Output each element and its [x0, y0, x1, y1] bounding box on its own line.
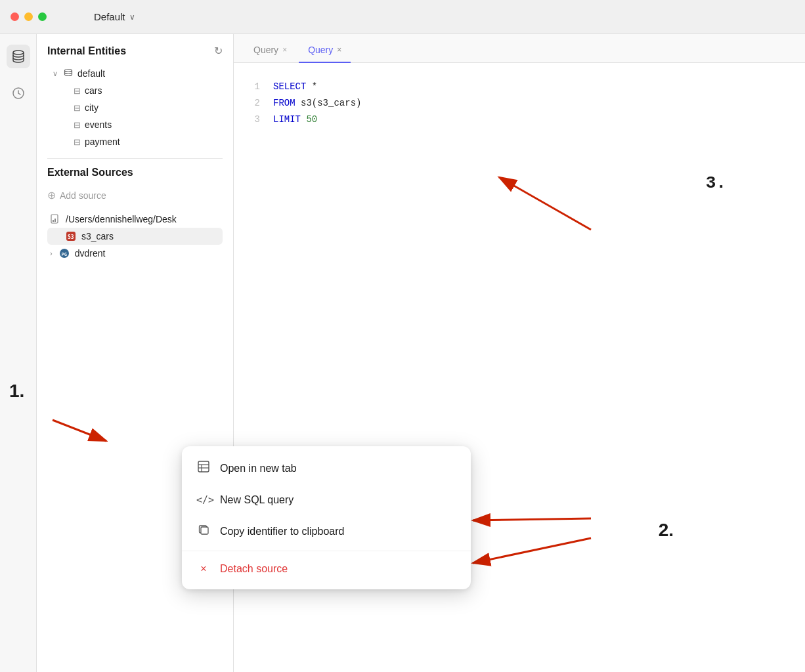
titlebar: Default ∨	[0, 0, 805, 34]
table-city[interactable]: ⊟ city	[47, 99, 223, 116]
select-star: *	[312, 81, 317, 92]
dvdrent-label: dvdrent	[75, 248, 106, 259]
minimize-button[interactable]	[24, 12, 33, 21]
copy-icon	[196, 524, 211, 539]
menu-new-sql-query[interactable]: </> New SQL query	[182, 485, 471, 515]
toggle-icon: ∨	[53, 70, 58, 78]
window-title-text: Default	[94, 11, 125, 22]
table-cars[interactable]: ⊟ cars	[47, 82, 223, 99]
menu-detach-source-label: Detach source	[220, 563, 288, 575]
editor-line-1: 1 SELECT *	[247, 79, 792, 95]
menu-detach-source[interactable]: × Detach source	[182, 554, 471, 584]
table-events[interactable]: ⊟ events	[47, 116, 223, 133]
table-name: payment	[85, 136, 120, 147]
tab-query-1[interactable]: Query ×	[244, 39, 296, 63]
external-sources-section: External Sources ⊕ Add source /Users/den…	[37, 167, 233, 262]
svg-rect-4	[53, 220, 54, 222]
tree-item-default[interactable]: ∨ default	[47, 65, 223, 82]
source-file-path[interactable]: /Users/dennishellweg/Desk	[47, 211, 223, 228]
add-source-button[interactable]: ⊕ Add source	[47, 186, 223, 204]
keyword-select: SELECT	[273, 81, 306, 92]
svg-point-0	[13, 51, 24, 54]
icon-bar	[0, 34, 37, 672]
line-content-3: LIMIT 50	[273, 112, 317, 128]
editor-line-3: 3 LIMIT 50	[247, 112, 792, 128]
tab-query-2[interactable]: Query ×	[299, 39, 351, 63]
s3-icon: S3	[66, 231, 76, 242]
table-icon: ⊟	[74, 103, 81, 113]
table-name: events	[85, 119, 112, 130]
detach-x-icon: ×	[196, 563, 211, 575]
tabs-bar: Query × Query ×	[234, 34, 805, 63]
context-menu: Open in new tab </> New SQL query Copy i…	[182, 446, 471, 589]
s3-cars-label: s3_cars	[81, 231, 114, 242]
history-nav-icon[interactable]	[7, 81, 30, 105]
annotation-1: 1.	[9, 381, 24, 402]
svg-rect-10	[198, 461, 209, 472]
tab-close-1[interactable]: ×	[282, 45, 287, 54]
traffic-lights	[11, 12, 47, 21]
svg-text:PG: PG	[61, 252, 66, 257]
add-source-icon: ⊕	[47, 189, 56, 201]
table-icon: ⊟	[74, 86, 81, 96]
menu-divider	[182, 551, 471, 551]
pg-icon: PG	[59, 248, 70, 259]
svg-rect-5	[54, 219, 56, 222]
tab-close-2[interactable]: ×	[337, 45, 341, 54]
database-nav-icon[interactable]	[7, 45, 30, 68]
refresh-icon[interactable]: ↻	[214, 45, 223, 57]
window-title[interactable]: Default ∨	[94, 11, 135, 22]
table-name: city	[85, 102, 98, 113]
menu-new-sql-query-label: New SQL query	[220, 494, 294, 506]
close-button[interactable]	[11, 12, 19, 21]
sidebar-divider	[47, 158, 223, 159]
annotation-2: 2.	[659, 520, 674, 541]
table-payment[interactable]: ⊟ payment	[47, 133, 223, 150]
menu-copy-identifier-label: Copy identifier to clipboard	[220, 526, 344, 537]
table-icon: ⊟	[74, 137, 81, 147]
tab-label-2: Query	[308, 45, 333, 55]
chevron-down-icon: ∨	[129, 12, 135, 22]
open-tab-icon	[196, 461, 211, 476]
add-source-label: Add source	[60, 190, 106, 201]
table-icon: ⊟	[74, 120, 81, 130]
menu-copy-identifier[interactable]: Copy identifier to clipboard	[182, 515, 471, 548]
from-clause: s3(s3_cars)	[301, 98, 361, 108]
line-number-2: 2	[247, 95, 260, 112]
internal-entities-header: Internal Entities ↻	[47, 45, 223, 57]
line-number-3: 3	[247, 112, 260, 128]
internal-entities-section: Internal Entities ↻ ∨ default ⊟ cars ⊟	[37, 34, 233, 150]
menu-open-new-tab[interactable]: Open in new tab	[182, 452, 471, 485]
source-s3-cars[interactable]: S3 s3_cars	[47, 228, 223, 245]
file-path-text: /Users/dennishellweg/Desk	[66, 214, 177, 224]
svg-point-2	[65, 70, 72, 72]
maximize-button[interactable]	[38, 12, 47, 21]
line-content-2: FROM s3(s3_cars)	[273, 95, 361, 112]
external-sources-header: External Sources	[47, 167, 223, 178]
table-name: cars	[85, 85, 102, 96]
external-sources-title: External Sources	[47, 167, 133, 178]
sql-icon: </>	[196, 494, 211, 506]
annotation-3: 3.	[706, 168, 726, 199]
source-dvdrent[interactable]: › PG dvdrent	[47, 245, 223, 262]
file-chart-icon	[50, 214, 60, 224]
keyword-limit: LIMIT	[273, 114, 301, 125]
svg-rect-14	[201, 527, 208, 534]
internal-entities-title: Internal Entities	[47, 45, 126, 57]
toggle-icon-dvdrent: ›	[50, 249, 53, 257]
editor-line-2: 2 FROM s3(s3_cars)	[247, 95, 792, 112]
tab-label-1: Query	[253, 45, 278, 55]
line-content-1: SELECT *	[273, 79, 317, 95]
db-name: default	[77, 68, 105, 79]
limit-value: 50	[306, 114, 317, 125]
database-icon	[63, 68, 74, 79]
keyword-from: FROM	[273, 98, 295, 108]
menu-open-new-tab-label: Open in new tab	[220, 463, 297, 474]
svg-text:S3: S3	[68, 234, 74, 240]
line-number-1: 1	[247, 79, 260, 95]
